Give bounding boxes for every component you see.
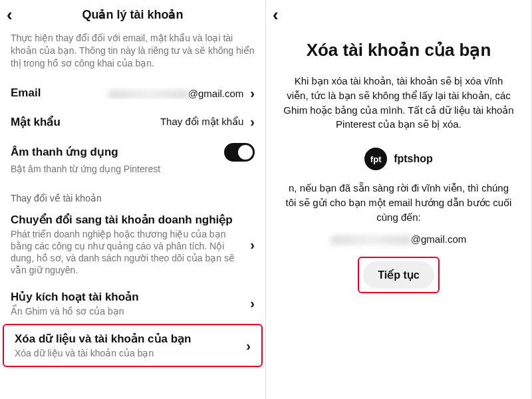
chevron-right-icon: ›: [250, 296, 255, 311]
convert-title: Chuyển đổi sang tài khoản doanh nghiệp: [11, 213, 255, 227]
email-masked: [331, 235, 411, 245]
target-email: @gmail.com: [266, 231, 531, 257]
deactivate-desc: Ẩn Ghim và hồ sơ của bạn: [11, 305, 255, 317]
chevron-right-icon: ›: [246, 338, 251, 353]
email-domain: @gmail.com: [411, 233, 467, 245]
intro-text: Thực hiện thay đổi đối với email, mật kh…: [0, 29, 265, 79]
delete-desc: Xóa dữ liệu và tài khoản của bạn: [15, 347, 251, 359]
avatar: fpt: [364, 148, 387, 170]
header: ‹: [266, 0, 531, 29]
continue-highlight: Tiếp tục: [358, 257, 439, 293]
delete-page-title: Xóa tài khoản của bạn: [266, 29, 531, 67]
delete-body: Khi bạn xóa tài khoản, tài khoản sẽ bị x…: [266, 67, 531, 144]
app-sound-row[interactable]: Âm thanh ứng dụng: [0, 136, 265, 163]
email-row[interactable]: Email @gmail.com ›: [0, 79, 265, 108]
chevron-right-icon: ›: [250, 114, 255, 130]
username: fptshop: [394, 153, 433, 165]
back-icon[interactable]: ‹: [273, 6, 293, 23]
email-masked: [108, 90, 188, 99]
sound-label: Âm thanh ứng dụng: [11, 145, 217, 159]
delete-title: Xóa dữ liệu và tài khoản của bạn: [15, 332, 251, 346]
convert-desc: Phát triển doanh nghiệp hoặc thương hiệu…: [11, 228, 255, 277]
sound-toggle[interactable]: [224, 143, 255, 162]
account-manage-pane: ‹ Quản lý tài khoản Thực hiện thay đổi đ…: [0, 0, 266, 399]
continue-wrap: Tiếp tục: [266, 257, 531, 293]
email-value: @gmail.com: [47, 88, 243, 99]
delete-body-2: n, nếu bạn đã sẵn sàng rời đi vĩnh viễn,…: [266, 181, 531, 231]
chevron-right-icon: ›: [250, 237, 255, 252]
back-icon[interactable]: ‹: [7, 6, 27, 23]
section-heading: Thay đổi về tài khoản: [0, 181, 265, 206]
convert-business-item[interactable]: Chuyển đổi sang tài khoản doanh nghiệp P…: [0, 206, 265, 283]
deactivate-title: Hủy kích hoạt tài khoản: [11, 290, 255, 304]
avatar-row: fpt fptshop: [266, 144, 531, 181]
sound-desc: Bật âm thanh từ ứng dụng Pinterest: [0, 163, 265, 181]
password-action: Thay đổi mật khẩu: [67, 116, 244, 128]
page-title: Quản lý tài khoản: [0, 7, 265, 22]
password-row[interactable]: Mật khẩu Thay đổi mật khẩu ›: [0, 108, 265, 136]
chevron-right-icon: ›: [250, 86, 255, 101]
delete-confirm-pane: ‹ Xóa tài khoản của bạn Khi bạn xóa tài …: [266, 0, 532, 399]
deactivate-item[interactable]: Hủy kích hoạt tài khoản Ẩn Ghim và hồ sơ…: [0, 283, 265, 324]
password-label: Mật khẩu: [11, 115, 61, 129]
continue-button[interactable]: Tiếp tục: [363, 261, 434, 289]
delete-account-item[interactable]: Xóa dữ liệu và tài khoản của bạn Xóa dữ …: [3, 324, 263, 367]
email-domain: @gmail.com: [188, 88, 244, 99]
email-label: Email: [11, 86, 41, 100]
header: ‹ Quản lý tài khoản: [0, 0, 265, 29]
